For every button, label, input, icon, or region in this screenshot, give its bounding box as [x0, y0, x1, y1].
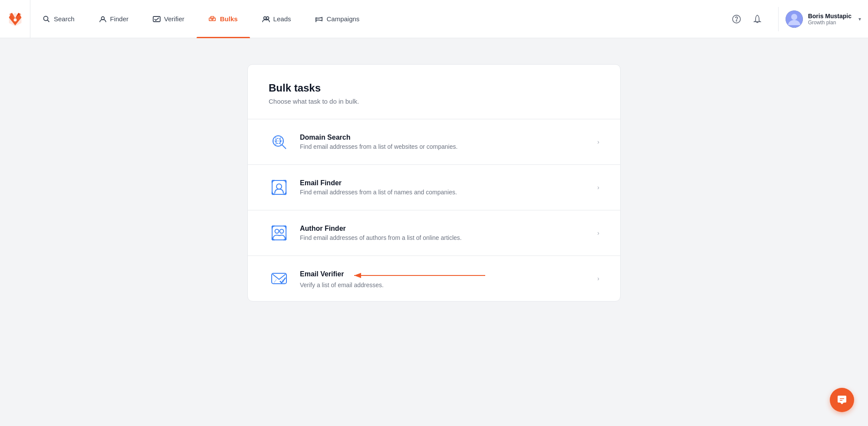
task-arrow-domain-search: ›	[597, 138, 599, 145]
campaigns-icon	[315, 15, 323, 23]
bulks-icon	[209, 15, 217, 23]
svg-point-21	[276, 184, 282, 189]
task-desc-email-finder: Find email addresses from a list of name…	[300, 189, 597, 196]
svg-point-2	[44, 16, 48, 20]
task-arrow-email-verifier: ›	[597, 275, 599, 282]
verifier-icon	[153, 15, 161, 23]
svg-point-31	[275, 229, 279, 233]
task-item-domain-search[interactable]: Domain Search Find email addresses from …	[248, 119, 620, 164]
svg-point-15	[791, 14, 797, 20]
svg-point-9	[263, 16, 266, 19]
task-info-email-finder: Email Finder Find email addresses from a…	[300, 179, 597, 196]
task-item-email-finder[interactable]: Email Finder Find email addresses from a…	[248, 164, 620, 210]
domain-search-icon	[269, 131, 289, 152]
task-name-author-finder: Author Finder	[300, 225, 597, 233]
nav-verifier-label: Verifier	[164, 15, 184, 23]
email-finder-icon	[269, 177, 289, 198]
fox-logo-icon	[7, 11, 23, 27]
page-subtitle: Choose what task to do in bulk.	[269, 98, 599, 105]
bell-icon	[753, 15, 761, 23]
card-header: Bulk tasks Choose what task to do in bul…	[248, 65, 620, 119]
svg-point-10	[266, 16, 269, 19]
user-info: Boris Mustapic Growth plan	[808, 13, 852, 26]
avatar	[786, 10, 803, 28]
svg-line-17	[282, 145, 286, 149]
user-name: Boris Mustapic	[808, 13, 852, 20]
page-title: Bulk tasks	[269, 82, 599, 94]
nav-campaigns-label: Campaigns	[326, 15, 359, 23]
navbar-links: Search Finder Verifier	[30, 0, 719, 38]
task-item-email-verifier[interactable]: Email Verifier Verify a list of email ad…	[248, 256, 620, 301]
nav-leads[interactable]: Leads	[250, 0, 303, 38]
task-name-domain-search: Domain Search	[300, 134, 597, 141]
user-menu-chevron-icon: ▾	[858, 16, 861, 22]
author-finder-icon	[269, 223, 289, 243]
search-nav-icon	[43, 15, 50, 23]
logo[interactable]	[0, 0, 30, 38]
nav-verifier[interactable]: Verifier	[141, 0, 197, 38]
nav-leads-label: Leads	[273, 15, 291, 23]
svg-point-32	[280, 229, 284, 233]
nav-finder-label: Finder	[110, 15, 129, 23]
svg-line-3	[48, 20, 49, 22]
email-verifier-icon	[269, 268, 289, 289]
task-desc-author-finder: Find email addresses of authors from a l…	[300, 234, 597, 241]
task-arrow-email-finder: ›	[597, 184, 599, 191]
finder-icon	[99, 15, 107, 23]
chat-icon	[837, 395, 847, 405]
chat-button[interactable]	[830, 388, 854, 412]
nav-bulks[interactable]: Bulks	[197, 0, 250, 38]
nav-campaigns[interactable]: Campaigns	[303, 0, 372, 38]
leads-icon	[262, 15, 270, 23]
user-section[interactable]: Boris Mustapic Growth plan ▾	[778, 7, 868, 31]
nav-search-label: Search	[54, 15, 75, 23]
task-item-author-finder[interactable]: Author Finder Find email addresses of au…	[248, 210, 620, 256]
task-info-author-finder: Author Finder Find email addresses of au…	[300, 225, 597, 241]
task-desc-domain-search: Find email addresses from a list of webs…	[300, 143, 597, 150]
task-desc-email-verifier: Verify a list of email addresses.	[300, 282, 597, 288]
svg-rect-20	[272, 180, 286, 194]
nav-search[interactable]: Search	[30, 0, 87, 38]
task-arrow-author-finder: ›	[597, 229, 599, 236]
bulk-tasks-card: Bulk tasks Choose what task to do in bul…	[247, 64, 621, 301]
task-info-domain-search: Domain Search Find email addresses from …	[300, 134, 597, 150]
svg-rect-30	[272, 226, 286, 240]
task-name-email-finder: Email Finder	[300, 179, 597, 187]
svg-rect-5	[153, 16, 160, 22]
navbar-right	[719, 10, 775, 28]
task-info-email-verifier: Email Verifier Verify a list of email ad…	[300, 269, 597, 288]
help-button[interactable]	[728, 10, 745, 28]
svg-point-13	[736, 20, 737, 21]
nav-finder[interactable]: Finder	[87, 0, 141, 38]
notifications-button[interactable]	[749, 10, 766, 28]
nav-bulks-label: Bulks	[220, 15, 238, 23]
task-name-email-verifier: Email Verifier	[300, 270, 344, 278]
navbar: Search Finder Verifier	[0, 0, 868, 38]
user-plan: Growth plan	[808, 20, 852, 26]
svg-point-1	[13, 18, 16, 21]
annotation-arrow	[351, 269, 490, 282]
help-icon	[732, 15, 741, 23]
main-content: Bulk tasks Choose what task to do in bul…	[0, 38, 868, 426]
avatar-image	[786, 10, 803, 28]
